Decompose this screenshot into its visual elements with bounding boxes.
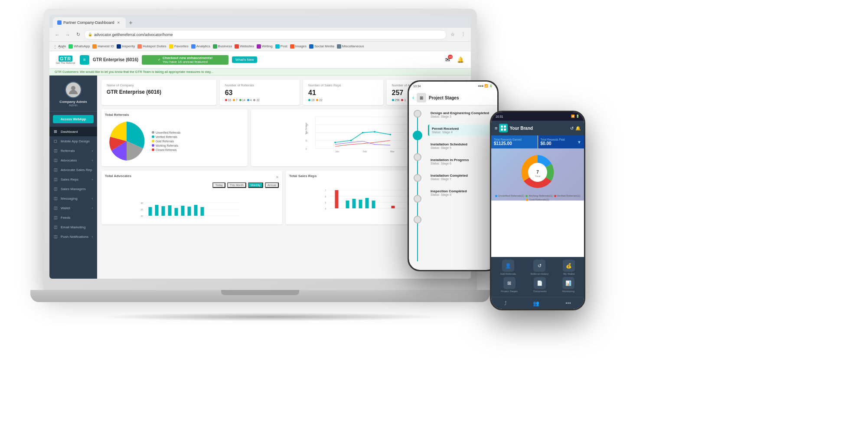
- sidebar-item-advocate-sales-rep[interactable]: ◫ Advocate Sales Rep: [49, 165, 97, 174]
- forward-button[interactable]: →: [63, 30, 72, 39]
- phone2-monitoring-btn[interactable]: 📊 Monitoring: [562, 277, 574, 293]
- bookmark-favorites[interactable]: Favorites: [169, 44, 189, 49]
- sidebar-item-wallet[interactable]: ◫ Wallet ›: [49, 203, 97, 213]
- svg-text:30: 30: [141, 202, 144, 204]
- gtr-logo-box: GTR: [59, 56, 72, 62]
- bell-icon: 🔔: [457, 56, 464, 63]
- sidebar-item-push-notifications[interactable]: ◫ Push Notifications ›: [49, 232, 97, 241]
- svg-text:5: 5: [325, 201, 326, 204]
- bookmark-socialmedia-label: Social Media: [314, 44, 334, 48]
- bookmark-post-label: Post: [281, 44, 287, 48]
- phone2-legend-row: Unverified Referrals(1) Working Referral…: [495, 194, 581, 201]
- bookmark-star-button[interactable]: ☆: [448, 30, 457, 39]
- tab-close-button[interactable]: ✕: [116, 20, 121, 25]
- svg-text:7: 7: [325, 189, 326, 192]
- bookmark-images[interactable]: Images: [290, 44, 307, 49]
- filter-annual[interactable]: Annual: [265, 182, 279, 188]
- sidebar-item-email-marketing[interactable]: ◫ Email Marketing: [49, 222, 97, 232]
- phone2-share-nav-icon[interactable]: ⤴: [504, 300, 507, 306]
- legend-working-label: Working Referrals: [156, 144, 178, 147]
- bookmark-business[interactable]: Business: [213, 44, 232, 49]
- bookmark-favorites-label: Favorites: [174, 44, 189, 48]
- phone1-back-button[interactable]: ‹: [412, 95, 414, 101]
- stage-item-8: Inspection Completed Status: Stage 8: [428, 187, 494, 198]
- phone2-people-nav-icon[interactable]: 👥: [533, 300, 539, 306]
- bookmark-whatsapp[interactable]: WhatsApp: [69, 44, 90, 49]
- phone2-add-referrals-btn[interactable]: 👤 Add Referrals: [500, 260, 516, 275]
- salesreps-arrow-icon: ›: [92, 178, 93, 181]
- bookmark-misc[interactable]: Miscellaneous: [337, 44, 364, 49]
- sidebar-item-feeds[interactable]: ◫ Feeds: [49, 213, 97, 222]
- gtr-company-name: GTR Enterprise (6016): [93, 57, 138, 62]
- bookmark-post[interactable]: Post: [275, 44, 287, 49]
- bookmark-analytics[interactable]: Analytics: [191, 44, 210, 49]
- phone2-bell-icon[interactable]: 🔔: [575, 126, 581, 131]
- laptop-base-notch: [221, 290, 299, 295]
- sidebar-item-mobile-app[interactable]: ◻ Mobile App Design: [49, 136, 97, 146]
- wallet-icon: ◫: [54, 206, 59, 210]
- refresh-button[interactable]: ↻: [74, 30, 82, 39]
- add-referrals-icon: 👤: [502, 260, 514, 272]
- filter-this-month[interactable]: This Month: [227, 182, 246, 188]
- gtr-menu-button[interactable]: ≡: [80, 55, 89, 65]
- pie-chart-svg: [105, 119, 148, 163]
- ref-dot1-value: 16: [228, 99, 231, 102]
- bookmark-writing[interactable]: Writing: [257, 44, 273, 49]
- sidebar-avatar: [65, 82, 82, 98]
- sidebar-item-advocates[interactable]: ◫ Advocates ›: [49, 155, 97, 165]
- bookmark-apps[interactable]: ⋮⋮⋮ Apps: [53, 44, 66, 49]
- svg-rect-28: [162, 206, 165, 216]
- svg-text:5: 5: [306, 139, 307, 142]
- bell-button[interactable]: 🔔: [455, 55, 466, 65]
- email-marketing-icon: ◫: [54, 225, 59, 229]
- phone2-refresh-icon[interactable]: ↺: [570, 126, 574, 131]
- sidebar: Company Admin Admin Access WebApp ⊞ Dash…: [49, 76, 97, 279]
- access-webapp-button[interactable]: Access WebApp: [53, 115, 94, 123]
- sidebar-item-dashboard[interactable]: ⊞ Dashboard: [49, 127, 97, 136]
- address-bar[interactable]: 🔒 advocator.getthereferral.com/advocator…: [84, 30, 447, 39]
- phone2-legend-unverified-label: Unverified Referrals(1): [498, 194, 524, 197]
- checkmark-icon: ✓: [158, 58, 161, 62]
- bookmark-hubspot[interactable]: Hubspot Duties: [137, 44, 166, 49]
- wallet-arrow-icon: ›: [92, 207, 93, 210]
- browser-tab-active[interactable]: Partner Company-Dashboard ✕: [53, 17, 126, 28]
- advocates-icon: ◫: [54, 158, 59, 162]
- new-tab-button[interactable]: +: [126, 17, 136, 28]
- sidebar-dashboard-label: Dashboard: [61, 130, 78, 134]
- filter-monthly[interactable]: Monthly: [248, 182, 263, 188]
- filter-today[interactable]: Today: [212, 182, 225, 188]
- ref-dot2-value: 7: [236, 99, 238, 102]
- phone2-more-nav-icon[interactable]: •••: [565, 300, 571, 306]
- phone2-reward-paid-label: Total Rewards Paid: [541, 138, 582, 141]
- sidebar-item-messaging[interactable]: ◫ Messaging ›: [49, 194, 97, 203]
- bookmark-harvestid[interactable]: Harvest ID: [92, 44, 114, 49]
- phone2-project-stages-btn[interactable]: ⊞ Project Stages: [501, 277, 518, 293]
- phone2-rewards-row: Total Rewards Earned $1125.00 Total Rewa…: [491, 135, 584, 148]
- total-advocates-title: Total Advocates: [105, 174, 131, 178]
- extensions-button[interactable]: ⋮: [459, 30, 467, 39]
- bookmark-apps-label: Apps: [58, 44, 66, 48]
- stage-item-3: Design and Engineering Completed Status:…: [428, 109, 494, 120]
- phone2-menu-icon[interactable]: ≡: [495, 125, 497, 131]
- whats-new-button[interactable]: What's New: [232, 56, 257, 63]
- advocates-chart-close[interactable]: ✕: [276, 175, 279, 179]
- mail-button[interactable]: ✉ 16: [442, 55, 453, 65]
- phone2-filter-icon[interactable]: ▼: [577, 140, 581, 145]
- svg-rect-51: [504, 125, 506, 128]
- sidebar-item-sales-reps[interactable]: ◫ Sales Reps ›: [49, 174, 97, 184]
- sidebar-item-sales-managers[interactable]: ◫ Sales Managers: [49, 184, 97, 194]
- total-referrals-title: Total Referrals: [105, 113, 244, 117]
- back-button[interactable]: ←: [53, 30, 62, 39]
- sidebar-item-referrals[interactable]: ◫ Referrals ›: [49, 146, 97, 155]
- svg-rect-50: [501, 125, 503, 128]
- svg-text:20: 20: [141, 215, 144, 217]
- bookmark-socialmedia[interactable]: Social Media: [309, 44, 334, 49]
- phone2-my-wallet-btn[interactable]: 💰 My Wallet: [563, 260, 575, 275]
- legend-closed-label: Closed Referrals: [156, 148, 176, 151]
- phone2-referral-history-btn[interactable]: ↺ Referral History: [530, 260, 548, 275]
- bookmark-insperity[interactable]: Insperity: [117, 44, 135, 49]
- sidebar-advocatesalesrep-label: Advocate Sales Rep: [61, 168, 92, 172]
- phone2-documents-btn[interactable]: 📄 Documents: [533, 277, 546, 293]
- bookmark-whatsapp-label: WhatsApp: [74, 44, 90, 48]
- bookmark-websites[interactable]: Websites: [235, 44, 254, 49]
